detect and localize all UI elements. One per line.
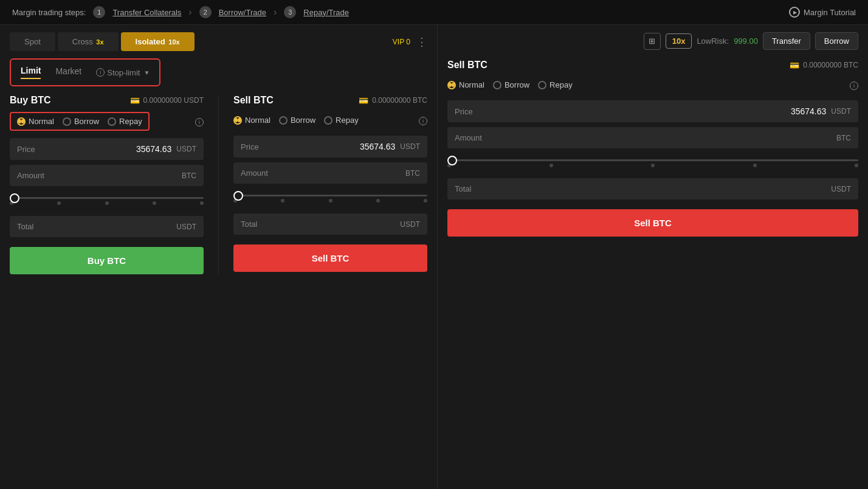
sell-amount-currency: BTC — [405, 169, 420, 178]
buy-panel: Buy BTC 💳 0.00000000 USDT Normal — [10, 95, 204, 274]
sell-mode-info-icon[interactable]: i — [419, 117, 427, 125]
buy-price-label: Price — [17, 145, 35, 154]
sell-amount-field[interactable]: Amount BTC — [233, 162, 427, 184]
buy-mode-info-icon[interactable]: i — [195, 118, 204, 127]
right-sell-total-currency: USDT — [831, 185, 851, 193]
tab-spot[interactable]: Spot — [10, 32, 55, 51]
leverage-button[interactable]: 10x — [666, 33, 692, 49]
right-sell-price-label: Price — [455, 107, 473, 116]
right-sell-borrow-label: Borrow — [505, 80, 529, 89]
buy-slider-dots — [10, 201, 204, 205]
calculator-icon[interactable]: ⊞ — [644, 33, 661, 50]
sell-mode-repay[interactable]: Repay — [324, 116, 359, 125]
transfer-button[interactable]: Transfer — [763, 32, 810, 50]
tab-limit[interactable]: Limit — [21, 66, 41, 79]
buy-panel-header: Buy BTC 💳 0.00000000 USDT — [10, 95, 204, 106]
lowrisk-label: LowRisk: — [697, 36, 729, 46]
sell-dot-25 — [281, 199, 284, 203]
tab-market[interactable]: Market — [55, 66, 81, 78]
buy-price-currency: USDT — [176, 145, 196, 153]
tab-stop-limit[interactable]: i Stop-limit ▼ — [96, 68, 150, 77]
more-icon[interactable]: ⋮ — [416, 35, 427, 49]
right-sell-slider-thumb — [447, 156, 457, 165]
right-sell-slider-dots — [447, 164, 858, 167]
sell-slider[interactable] — [233, 189, 427, 209]
right-sell-balance-value: 0.00000000 BTC — [803, 61, 858, 69]
right-sell-borrow-radio — [493, 81, 501, 89]
buy-wallet-icon: 💳 — [130, 96, 140, 105]
sell-normal-radio — [233, 116, 242, 125]
tutorial-label: Margin Tutorial — [804, 8, 856, 17]
right-sell-total-field[interactable]: Total USDT — [447, 178, 858, 199]
sell-borrow-radio — [279, 116, 288, 125]
right-sell-amount-field[interactable]: Amount BTC — [447, 127, 858, 148]
buy-button[interactable]: Buy BTC — [10, 247, 204, 274]
right-sell-amount-label: Amount — [455, 133, 482, 142]
buy-dot-50 — [105, 201, 109, 205]
right-top-controls: ⊞ 10x LowRisk: 999.00 Transfer Borrow — [447, 32, 858, 51]
cross-leverage: 3x — [96, 38, 103, 46]
buy-repay-label: Repay — [119, 117, 142, 126]
sell-total-field[interactable]: Total USDT — [233, 213, 427, 235]
stop-limit-dropdown-icon: ▼ — [143, 69, 150, 76]
right-sell-price-number: 35674.63 — [791, 106, 826, 116]
sell-price-number: 35674.63 — [360, 142, 395, 151]
right-sell-order-mode: Normal Borrow Repay — [447, 77, 573, 93]
stop-limit-label: Stop-limit — [107, 68, 140, 77]
sell-panel: Sell BTC 💳 0.00000000 BTC Normal — [233, 95, 427, 274]
sell-mode-normal[interactable]: Normal — [233, 116, 270, 125]
sell-slider-thumb — [233, 191, 243, 201]
right-sell-dot-75 — [753, 164, 757, 167]
buy-mode-normal[interactable]: Normal — [17, 117, 54, 126]
sell-button[interactable]: Sell BTC — [233, 244, 427, 272]
right-sell-header: Sell BTC 💳 0.00000000 BTC — [447, 60, 858, 71]
sell-mode-borrow[interactable]: Borrow — [279, 116, 315, 125]
right-sell-mode-borrow[interactable]: Borrow — [493, 80, 529, 89]
right-sell-button[interactable]: Sell BTC — [447, 209, 858, 237]
right-sell-slider-track — [447, 159, 858, 161]
buy-slider-thumb — [10, 193, 19, 203]
arrow1: › — [188, 7, 191, 18]
right-sell-info-icon[interactable]: i — [850, 82, 858, 90]
right-sell-dot-25 — [549, 164, 553, 167]
arrow2: › — [274, 7, 277, 18]
trading-tabs: Spot Cross 3x Isolated 10x VIP 0 ⋮ — [10, 32, 427, 51]
step3-num: 3 — [284, 6, 296, 18]
right-sell-balance: 💳 0.00000000 BTC — [790, 61, 858, 70]
buy-mode-repay[interactable]: Repay — [108, 117, 142, 126]
buy-price-field[interactable]: Price 35674.63 USDT — [10, 138, 204, 160]
step2-link[interactable]: Borrow/Trade — [219, 8, 266, 17]
buy-total-label: Total — [17, 222, 33, 231]
step1-num: 1 — [93, 6, 105, 18]
order-type-section: Limit Market i Stop-limit ▼ — [10, 58, 160, 86]
right-sell-amount-value-group: BTC — [836, 134, 851, 142]
margin-steps-label: Margin trading steps: — [12, 8, 86, 17]
borrow-button[interactable]: Borrow — [815, 32, 858, 50]
sell-order-mode: Normal Borrow Repay — [233, 112, 359, 128]
right-sell-slider[interactable] — [447, 153, 858, 173]
trade-panels: Buy BTC 💳 0.00000000 USDT Normal — [10, 95, 427, 274]
margin-tutorial[interactable]: Margin Tutorial — [789, 7, 856, 18]
buy-slider-track — [10, 197, 204, 199]
sell-price-field[interactable]: Price 35674.63 USDT — [233, 136, 427, 158]
sell-amount-value-group: BTC — [405, 169, 420, 178]
step1-link[interactable]: Transfer Collaterals — [112, 8, 181, 17]
buy-mode-borrow[interactable]: Borrow — [63, 117, 99, 126]
sell-borrow-label: Borrow — [291, 116, 315, 125]
buy-amount-label: Amount — [17, 171, 44, 180]
right-sell-price-field[interactable]: Price 35674.63 USDT — [447, 100, 858, 122]
sell-balance: 0.00000000 BTC — [372, 96, 427, 105]
tab-isolated[interactable]: Isolated 10x — [121, 32, 195, 51]
tab-cross[interactable]: Cross 3x — [58, 32, 119, 51]
vip-area: VIP 0 ⋮ — [393, 35, 427, 49]
right-sell-mode-normal[interactable]: Normal — [447, 80, 484, 89]
vip-badge: VIP 0 — [393, 38, 410, 46]
buy-total-field[interactable]: Total USDT — [10, 216, 204, 237]
buy-slider[interactable] — [10, 191, 204, 211]
step3-link[interactable]: Repay/Trade — [303, 8, 349, 17]
right-sell-mode-repay[interactable]: Repay — [538, 80, 573, 89]
right-sell-normal-radio — [447, 81, 456, 89]
buy-amount-field[interactable]: Amount BTC — [10, 165, 204, 186]
step2-num: 2 — [199, 6, 212, 18]
buy-dot-100 — [200, 201, 204, 205]
